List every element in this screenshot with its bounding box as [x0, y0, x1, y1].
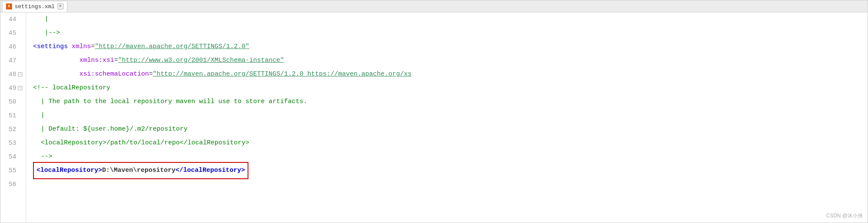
comment-pipe: |	[33, 109, 45, 122]
local-repo-commented: <localRepository>/path/to/local/repo</lo…	[33, 136, 249, 150]
line-number-50: 50	[0, 95, 26, 109]
line-number-49: 49 −	[0, 81, 26, 95]
code-space	[68, 40, 72, 54]
empty-line	[33, 177, 37, 191]
code-line-53: <localRepository>/path/to/local/repo</lo…	[33, 136, 868, 150]
close-tag-local-repo: </localRepository>	[175, 164, 245, 177]
line-number-51: 51	[0, 109, 26, 122]
line-number-47: 47	[0, 54, 26, 67]
line-num: 51	[6, 112, 16, 119]
string-schema: "http://maven.apache.org/SETTINGS/1.2.0 …	[153, 67, 411, 81]
editor-content: 44 45 46 47 48 −	[0, 12, 868, 223]
line-num: 45	[6, 30, 16, 37]
code-eq: =	[149, 67, 153, 81]
line-number-46: 46	[0, 40, 26, 54]
editor-window: X settings.xml × 44 45 46 4	[0, 0, 868, 223]
code-line-44: |	[33, 12, 868, 26]
line-num: 46	[6, 43, 16, 51]
line-number-54: 54	[0, 150, 26, 164]
fold-indicator-48[interactable]: −	[18, 72, 22, 76]
code-line-51: |	[33, 109, 868, 122]
line-number-44: 44	[0, 12, 26, 26]
highlight-local-repo: <localRepository>D:\Maven\repository</lo…	[33, 162, 248, 179]
line-num: 49	[6, 85, 16, 92]
code-line-48: xsi:schemaLocation = "http://maven.apach…	[33, 67, 868, 81]
line-number-53: 53	[0, 136, 26, 150]
line-numbers: 44 45 46 47 48 −	[0, 12, 26, 223]
code-text: =	[91, 40, 95, 54]
line-num: 44	[6, 16, 16, 23]
attr-schema: xsi:schemaLocation	[79, 67, 149, 81]
line-number-56: 56	[0, 177, 26, 191]
code-line-50: | The path to the local repository maven…	[33, 95, 868, 109]
file-tab[interactable]: X settings.xml ×	[2, 1, 67, 12]
code-eq: =	[114, 54, 118, 67]
line-num: 50	[6, 98, 16, 106]
code-line-47: xmlns:xsi = "http://www.w3.org/2001/XMLS…	[33, 54, 868, 67]
string-val: "http://maven.apache.org/SETTINGS/1.2.0"	[95, 40, 249, 54]
code-line-52: | Default: ${user.home}/.m2/repository	[33, 122, 868, 136]
tab-close-button[interactable]: ×	[57, 3, 64, 9]
local-repo-value: D:\Maven\repository	[102, 164, 175, 177]
string-xsi: "http://www.w3.org/2001/XMLSchema-instan…	[118, 54, 284, 67]
line-number-48: 48 −	[0, 67, 26, 81]
tab-bar: X settings.xml ×	[0, 0, 868, 12]
code-text: |	[33, 12, 48, 26]
code-line-45: |-->	[33, 26, 868, 40]
attr-xmlns: xmlns	[72, 40, 91, 54]
line-num: 52	[6, 126, 16, 133]
line-number-52: 52	[0, 122, 26, 136]
comment-local-repo: <!-- localRepository	[33, 81, 110, 95]
code-text: |-->	[33, 26, 60, 40]
line-num: 53	[6, 140, 16, 147]
line-num: 48	[6, 71, 16, 78]
tag-settings-open: <settings	[33, 40, 68, 54]
open-tag-local-repo: <localRepository>	[36, 164, 102, 177]
code-line-49: <!-- localRepository	[33, 81, 868, 95]
line-num: 56	[6, 181, 16, 188]
line-num: 47	[6, 57, 16, 64]
code-line-56	[33, 177, 868, 191]
tab-filename: settings.xml	[15, 3, 55, 10]
xml-file-icon: X	[6, 3, 12, 9]
line-number-45: 45	[0, 26, 26, 40]
line-num: 54	[6, 153, 16, 161]
code-area[interactable]: | |--> <settings xmlns = "http://maven.a…	[26, 12, 868, 223]
code-line-46: <settings xmlns = "http://maven.apache.o…	[33, 40, 868, 54]
fold-indicator-49[interactable]: −	[18, 86, 22, 90]
comment-default: | Default: ${user.home}/.m2/repository	[33, 122, 188, 136]
comment-desc: | The path to the local repository maven…	[33, 95, 307, 109]
attr-xsi: xmlns:xsi	[79, 54, 114, 67]
line-number-55: 55	[0, 164, 26, 177]
watermark: CSDN @沐小侠	[826, 212, 863, 220]
code-line-55: <localRepository>D:\Maven\repository</lo…	[33, 164, 868, 177]
line-num: 55	[6, 167, 16, 174]
